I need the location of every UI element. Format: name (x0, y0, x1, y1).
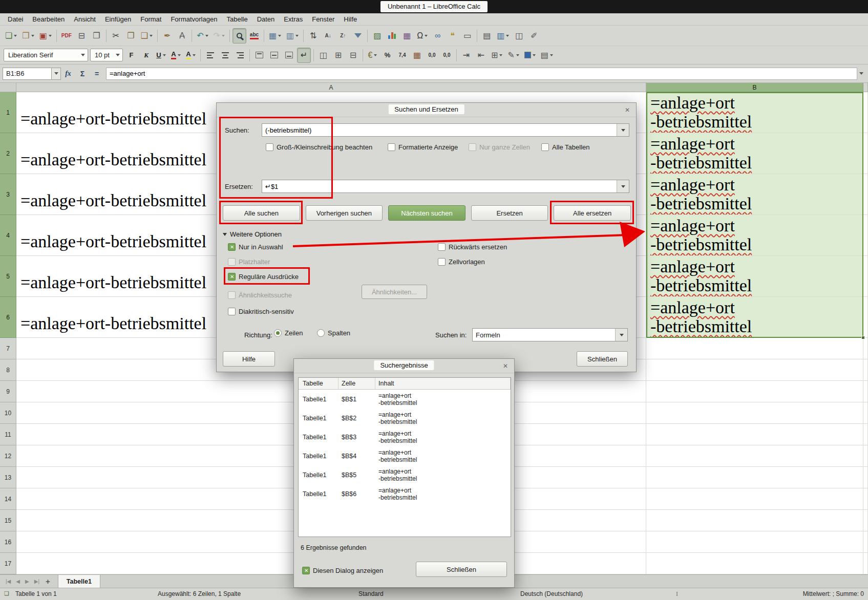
merge-cells-button[interactable]: ⊞ (331, 48, 345, 63)
cut-button[interactable]: ✂ (109, 28, 123, 44)
status-language[interactable]: Deutsch (Deutschland) (520, 590, 583, 597)
result-row-3[interactable]: Tabelle1$B$3=anlage+ort-betriebsmittel (299, 427, 511, 446)
chevron-down-icon[interactable] (550, 54, 553, 56)
cell-b5[interactable]: =anlage+ort-betriebsmittel (646, 256, 863, 297)
row-header-10[interactable]: 10 (0, 402, 16, 424)
chevron-down-icon[interactable] (533, 54, 536, 56)
row-header-15[interactable]: 15 (0, 510, 16, 531)
regul-re-ausdr-cke-checkbox[interactable]: Reguläre Ausdrücke (228, 273, 299, 281)
align-center-button[interactable] (218, 48, 232, 63)
sort-button[interactable]: ⇅ (306, 28, 320, 44)
copy-button[interactable]: ❐ (124, 28, 138, 44)
fill-handle[interactable] (861, 336, 865, 339)
clear-formatting-button[interactable]: A (175, 28, 189, 44)
cell-b11[interactable] (646, 424, 863, 445)
chevron-down-icon[interactable] (205, 35, 208, 37)
sum-button[interactable]: Σ (76, 68, 89, 80)
chevron-down-icon[interactable] (193, 54, 196, 56)
ersetzen-button[interactable]: Ersetzen (471, 205, 548, 221)
name-box[interactable]: B1:B6 (3, 68, 52, 80)
result-row-4[interactable]: Tabelle1$B$4=anlage+ort-betriebsmittel (299, 446, 511, 465)
equals-button[interactable]: = (90, 68, 103, 80)
column-header-b[interactable]: B (646, 83, 863, 92)
cell-b13[interactable] (646, 467, 863, 488)
border-style-button[interactable]: ✎ (505, 48, 521, 63)
sheet-nav-previous-icon[interactable]: ◀ (13, 578, 23, 584)
close-icon[interactable] (501, 361, 510, 371)
align-right-button[interactable] (233, 48, 247, 63)
menu-fenster[interactable]: Fenster (307, 14, 339, 25)
font-color-button[interactable]: A (169, 48, 183, 63)
formula-input[interactable] (106, 68, 857, 80)
insert-comment-button[interactable]: ❝ (446, 28, 459, 44)
sort-descending-button[interactable]: Z↑ (336, 28, 350, 44)
replace-field[interactable] (262, 180, 629, 193)
vorherigen-suchen-button[interactable]: Vorherigen suchen (306, 205, 383, 221)
dialog-close-button[interactable]: Schließen (577, 351, 628, 367)
add-sheet-icon[interactable]: + (42, 577, 54, 586)
split-window-button[interactable]: ◫ (512, 28, 526, 44)
underline-button[interactable]: U (154, 48, 168, 63)
align-bottom-button[interactable] (282, 48, 296, 63)
italic-button[interactable]: K (139, 48, 153, 63)
n-chsten-suchen-button[interactable]: Nächsten suchen (388, 205, 465, 221)
spelling-button[interactable]: abc (247, 28, 261, 44)
result-row-1[interactable]: Tabelle1$B$1=anlage+ort-betriebsmittel (299, 390, 511, 409)
show-draw-functions-button[interactable]: ✐ (527, 28, 541, 44)
cell-b4[interactable]: =anlage+ort-betriebsmittel (646, 215, 863, 256)
dialog-titlebar[interactable]: Suchen und Ersetzen (217, 103, 636, 117)
column-header-inhalt[interactable]: Inhalt (375, 378, 511, 389)
results-close-button[interactable]: Schließen (416, 562, 507, 577)
row-header-9[interactable]: 9 (0, 381, 16, 402)
row-header-1[interactable]: 1 (0, 92, 16, 133)
insert-image-button[interactable]: ▨ (370, 28, 384, 44)
menu-format[interactable]: Format (136, 14, 166, 25)
more-options-expander[interactable]: Weitere Optionen (223, 230, 282, 238)
font-size-combo[interactable]: 10 pt (90, 49, 123, 61)
cell-b7[interactable] (646, 338, 863, 359)
row-header-16[interactable]: 16 (0, 531, 16, 553)
cell-b1[interactable]: =anlage+ort-betriebsmittel (646, 92, 863, 133)
font-name-combo[interactable]: Liberation Serif (4, 49, 88, 61)
row-header-13[interactable]: 13 (0, 467, 16, 488)
add-decimal-place-button[interactable]: 0,0 (425, 48, 439, 63)
freeze-rows-columns-button[interactable]: ▥ (495, 28, 511, 44)
chevron-down-icon[interactable] (374, 54, 377, 56)
insert-chart-button[interactable] (385, 28, 399, 44)
nur-in-auswahl-checkbox[interactable]: Nur in Auswahl (228, 243, 283, 251)
row-header-2[interactable]: 2 (0, 133, 16, 174)
formatierte-anzeige-checkbox[interactable]: Formatierte Anzeige (388, 143, 458, 151)
cell-b12[interactable] (646, 445, 863, 467)
increase-indent-button[interactable]: ⇥ (459, 48, 473, 63)
chevron-down-icon[interactable] (150, 35, 153, 37)
row-header-7[interactable]: 7 (0, 338, 16, 359)
formula-bar-expand-icon[interactable] (859, 72, 863, 75)
sheet-nav-last-icon[interactable]: ▶| (32, 578, 42, 584)
menu-ansicht[interactable]: Ansicht (69, 14, 100, 25)
close-icon[interactable] (623, 105, 632, 115)
chevron-down-icon[interactable] (499, 54, 502, 56)
align-top-button[interactable] (252, 48, 266, 63)
zellvorlagen-checkbox[interactable]: Zellvorlagen (438, 258, 485, 266)
row-header-4[interactable]: 4 (0, 215, 16, 256)
format-as-percent-button[interactable]: % (380, 48, 394, 63)
cell-b3[interactable]: =anlage+ort-betriebsmittel (646, 174, 863, 215)
sheet-nav-next-icon[interactable]: ▶ (23, 578, 32, 584)
sheet-tab-tabelle1[interactable]: Tabelle1 (58, 575, 100, 588)
find-and-replace-button[interactable] (232, 28, 246, 44)
search-in-dropdown-icon[interactable] (615, 329, 627, 341)
paste-button[interactable]: ❑ (139, 28, 155, 44)
chevron-down-icon[interactable] (222, 35, 225, 37)
row-header-11[interactable]: 11 (0, 424, 16, 445)
search-in-combobox[interactable]: Formeln (472, 328, 628, 341)
chevron-down-icon[interactable] (116, 54, 120, 56)
row-header-8[interactable]: 8 (0, 359, 16, 381)
cell-b16[interactable] (646, 531, 863, 553)
menu-hilfe[interactable]: Hilfe (339, 14, 362, 25)
direction-zeilen-radio[interactable]: Zeilen (274, 329, 303, 337)
decrease-indent-button[interactable]: ⇤ (474, 48, 488, 63)
unmerge-cells-button[interactable]: ⊟ (346, 48, 360, 63)
direction-spalten-radio[interactable]: Spalten (317, 329, 350, 337)
row-header-3[interactable]: 3 (0, 174, 16, 215)
chevron-down-icon[interactable] (506, 35, 509, 37)
